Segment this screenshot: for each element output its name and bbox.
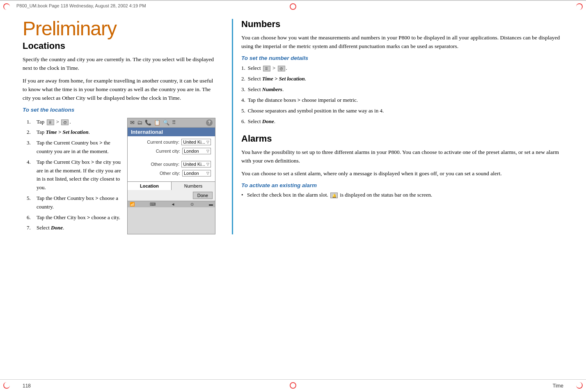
current-city-dropdown[interactable]: London ▽ bbox=[182, 148, 211, 154]
tab-location-label: Location bbox=[140, 183, 159, 188]
alarms-bullets: Select the check box in the alarm slot. … bbox=[241, 191, 570, 199]
num-step-3: 3. Select Numbers. bbox=[241, 85, 570, 94]
page-number: 118 bbox=[23, 383, 31, 389]
num-step-1-num: 1. bbox=[241, 64, 245, 73]
step-7-num: 7. bbox=[27, 224, 34, 232]
phone-status-bar: 📶 ⌨ ◄ ⊙ ▬ bbox=[128, 201, 215, 207]
locations-heading: Locations bbox=[23, 41, 215, 51]
main-content: Preliminary Locations Specify the countr… bbox=[0, 11, 586, 243]
nav-circle-icon: ⊙ bbox=[190, 202, 194, 206]
other-country-dropdown[interactable]: United Ki... ▽ bbox=[181, 161, 211, 167]
keyboard-icon: ⌨ bbox=[150, 202, 156, 206]
phone-header: International bbox=[128, 128, 215, 136]
num-step-6-num: 6. bbox=[241, 117, 245, 126]
phone-toolbar: ✉ 🗂 📞 📋 🔍 ⠿ ? bbox=[128, 118, 215, 128]
current-country-label: Current country: bbox=[147, 140, 179, 144]
num-step-4: 4. Tap the distance boxes > choose imper… bbox=[241, 96, 570, 105]
step-4-text: Tap the Current City box > the city you … bbox=[37, 158, 123, 192]
left-column: Preliminary Locations Specify the countr… bbox=[23, 19, 228, 234]
crop-mark-top-center bbox=[290, 3, 296, 10]
mail-icon: ✉ bbox=[130, 119, 135, 126]
step-3-num: 3. bbox=[27, 139, 34, 156]
step-5: 5. Tap the Other Country box > choose a … bbox=[25, 194, 123, 211]
crop-mark-tl bbox=[3, 3, 10, 10]
tab-numbers-label: Numbers bbox=[184, 183, 203, 188]
tab-location[interactable]: Location bbox=[128, 182, 172, 190]
current-country-dropdown[interactable]: United Ki... ▽ bbox=[181, 139, 211, 145]
clock-icon-2: ⏱ bbox=[278, 66, 285, 71]
num-step-6: 6. Select Done. bbox=[241, 117, 570, 126]
current-country-arrow: ▽ bbox=[206, 140, 209, 144]
current-city-label: Current city: bbox=[156, 149, 180, 154]
other-city-dropdown[interactable]: London ▽ bbox=[182, 170, 211, 177]
numbers-section: Numbers You can choose how you want the … bbox=[241, 19, 570, 126]
phone-done-row: Done bbox=[128, 190, 215, 201]
other-city-row: Other city: London ▽ bbox=[132, 170, 211, 177]
bottom-bar: 118 Time bbox=[0, 379, 586, 392]
tab-numbers[interactable]: Numbers bbox=[172, 182, 215, 190]
other-country-row: Other country: United Ki... ▽ bbox=[132, 161, 211, 167]
step-5-text: Tap the Other Country box > choose a cou… bbox=[37, 194, 123, 211]
alarms-para2: You can choose to set a silent alarm, wh… bbox=[241, 170, 570, 178]
num-step-5-num: 5. bbox=[241, 106, 245, 115]
locations-para2: If you are away from home, for example t… bbox=[23, 77, 215, 103]
help-button[interactable]: ? bbox=[206, 119, 213, 126]
current-country-row: Current country: United Ki... ▽ bbox=[132, 139, 211, 145]
num-step-3-text: Select Numbers. bbox=[248, 85, 284, 94]
help-label: ? bbox=[208, 120, 211, 125]
locations-para1: Specify the country and city you are cur… bbox=[23, 55, 215, 73]
footer-right: Time bbox=[553, 383, 563, 389]
phone-separator-1 bbox=[132, 157, 211, 161]
locations-steps-list: 1. Tap ⠿ > ⏱. 2. Tap Time > Set location… bbox=[23, 118, 127, 235]
current-city-value: London bbox=[184, 149, 199, 154]
alarms-subheading: To activate an existing alarm bbox=[241, 182, 570, 188]
app-grid-icon: ⠿ bbox=[47, 119, 54, 125]
grid-icon-2: ⠿ bbox=[263, 66, 270, 71]
signal-icon: 📶 bbox=[130, 202, 135, 206]
step-6-text: Tap the Other City box > choose a city. bbox=[37, 213, 120, 222]
num-step-4-num: 4. bbox=[241, 96, 245, 105]
alarms-heading: Alarms bbox=[241, 133, 570, 144]
phone-body: Current country: United Ki... ▽ Current … bbox=[128, 136, 215, 181]
step-4-num: 4. bbox=[27, 158, 34, 192]
num-step-2-num: 2. bbox=[241, 74, 245, 83]
step-2: 2. Tap Time > Set location. bbox=[25, 128, 123, 137]
step-6-num: 6. bbox=[27, 213, 34, 222]
step-5-num: 5. bbox=[27, 194, 34, 211]
numbers-para1: You can choose how you want the measurem… bbox=[241, 34, 570, 51]
search-icon: 🔍 bbox=[163, 119, 169, 126]
numbers-steps: 1. Select ⠿ > ⏱. 2. Select Time > Set lo… bbox=[241, 64, 570, 126]
step-3-text: Tap the Current Country box > the countr… bbox=[37, 139, 123, 156]
crop-mark-tr bbox=[576, 3, 583, 10]
nav-forward-icon: ▬ bbox=[209, 202, 213, 206]
done-button[interactable]: Done bbox=[193, 192, 213, 199]
num-step-6-text: Select Done. bbox=[248, 117, 275, 126]
num-step-2: 2. Select Time > Set location. bbox=[241, 74, 570, 83]
clipboard-icon: 📋 bbox=[154, 119, 160, 126]
step-3: 3. Tap the Current Country box > the cou… bbox=[25, 139, 123, 156]
toolbar-icons: ✉ 🗂 📞 📋 🔍 ⠿ bbox=[130, 119, 176, 126]
num-step-1-text: Select ⠿ > ⏱. bbox=[248, 64, 287, 73]
right-column: Numbers You can choose how you want the … bbox=[232, 19, 570, 234]
alarms-para1: You have the possibility to set up to th… bbox=[241, 148, 570, 165]
phone-ui: ✉ 🗂 📞 📋 🔍 ⠿ ? International bbox=[127, 118, 215, 235]
num-step-5: 5. Choose separators and symbol position… bbox=[241, 106, 570, 115]
numbers-subheading: To set the number details bbox=[241, 55, 570, 61]
locations-subheading: To set the locations bbox=[23, 107, 215, 113]
step-list: 1. Tap ⠿ > ⏱. 2. Tap Time > Set location… bbox=[23, 118, 123, 233]
grid-icon: ⠿ bbox=[172, 119, 176, 126]
num-step-2-text: Select Time > Set location. bbox=[248, 74, 306, 83]
locations-steps-area: 1. Tap ⠿ > ⏱. 2. Tap Time > Set location… bbox=[23, 118, 215, 235]
alarms-bullet-1: Select the check box in the alarm slot. … bbox=[241, 191, 570, 199]
header-file-info: P800_UM.book Page 118 Wednesday, August … bbox=[16, 3, 146, 8]
current-city-arrow: ▽ bbox=[206, 149, 209, 153]
step-1: 1. Tap ⠿ > ⏱. bbox=[25, 118, 123, 126]
other-city-arrow: ▽ bbox=[206, 171, 209, 175]
alarm-icon: 🔔 bbox=[330, 193, 338, 198]
step-4: 4. Tap the Current City box > the city y… bbox=[25, 158, 123, 192]
nav-back-icon: ◄ bbox=[171, 202, 175, 206]
step-2-num: 2. bbox=[27, 128, 34, 137]
phone-icon: 📞 bbox=[145, 119, 151, 126]
other-city-value: London bbox=[184, 171, 199, 176]
phone-tabs: Location Numbers bbox=[128, 181, 215, 190]
